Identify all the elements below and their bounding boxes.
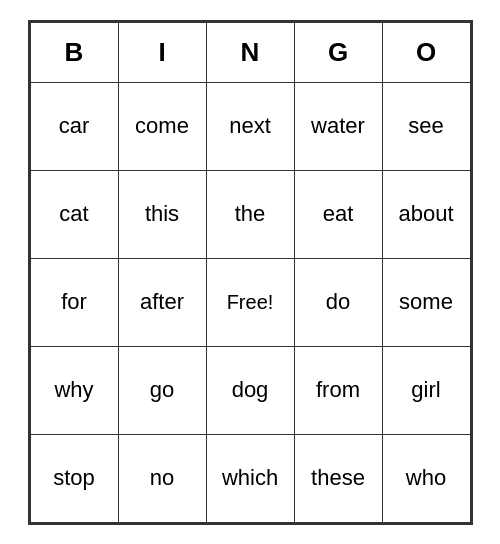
bingo-cell-4-1: no [118, 434, 206, 522]
header-col-n: N [206, 22, 294, 82]
bingo-cell-4-3: these [294, 434, 382, 522]
header-col-o: O [382, 22, 470, 82]
bingo-row-2: forafterFree!dosome [30, 258, 470, 346]
bingo-cell-0-3: water [294, 82, 382, 170]
bingo-card: BINGO carcomenextwaterseecatthistheeatab… [28, 20, 473, 525]
bingo-cell-0-0: car [30, 82, 118, 170]
header-col-b: B [30, 22, 118, 82]
bingo-cell-1-2: the [206, 170, 294, 258]
bingo-cell-1-3: eat [294, 170, 382, 258]
bingo-cell-3-3: from [294, 346, 382, 434]
bingo-cell-4-2: which [206, 434, 294, 522]
bingo-cell-3-0: why [30, 346, 118, 434]
header-col-g: G [294, 22, 382, 82]
bingo-row-4: stopnowhichthesewho [30, 434, 470, 522]
bingo-cell-3-2: dog [206, 346, 294, 434]
bingo-cell-1-4: about [382, 170, 470, 258]
bingo-cell-0-2: next [206, 82, 294, 170]
bingo-row-0: carcomenextwatersee [30, 82, 470, 170]
bingo-cell-3-1: go [118, 346, 206, 434]
bingo-cell-4-0: stop [30, 434, 118, 522]
bingo-cell-2-0: for [30, 258, 118, 346]
bingo-cell-2-4: some [382, 258, 470, 346]
bingo-cell-4-4: who [382, 434, 470, 522]
bingo-cell-1-1: this [118, 170, 206, 258]
bingo-cell-2-2: Free! [206, 258, 294, 346]
bingo-cell-0-1: come [118, 82, 206, 170]
bingo-row-3: whygodogfromgirl [30, 346, 470, 434]
header-col-i: I [118, 22, 206, 82]
bingo-cell-0-4: see [382, 82, 470, 170]
bingo-row-1: catthistheeatabout [30, 170, 470, 258]
header-row: BINGO [30, 22, 470, 82]
bingo-cell-3-4: girl [382, 346, 470, 434]
bingo-cell-2-3: do [294, 258, 382, 346]
bingo-cell-2-1: after [118, 258, 206, 346]
bingo-cell-1-0: cat [30, 170, 118, 258]
